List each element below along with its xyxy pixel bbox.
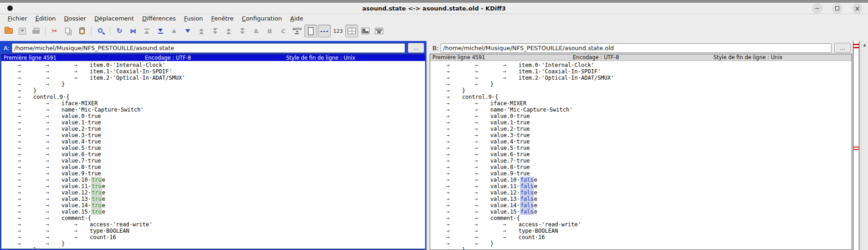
tab-arrow: → — [5, 170, 33, 177]
print-button[interactable] — [30, 25, 42, 37]
line-text-tail: e — [534, 183, 537, 189]
tab-arrow: → — [462, 240, 490, 247]
tab-arrow: → — [5, 75, 33, 81]
diff-line: →→value.13·true — [5, 196, 425, 202]
goto-prev-delta-icon — [172, 29, 176, 33]
diff-highlight: fals — [520, 209, 534, 215]
goto-next-conflict-button[interactable] — [209, 25, 221, 37]
layout-b-above-a-button[interactable] — [373, 25, 385, 37]
goto-prev-unsolved-conflict-button[interactable] — [222, 25, 235, 37]
pane-b-encoding: Encodage : UTF-8 — [570, 54, 711, 61]
tab-arrow: → — [5, 145, 33, 151]
open-button[interactable] — [2, 25, 15, 37]
tab-arrow: → — [490, 75, 519, 81]
layout-a-above-b-button[interactable] — [359, 25, 372, 37]
goto-last-delta-button[interactable] — [154, 25, 167, 37]
menu-deplacement[interactable]: Déplacement — [90, 15, 138, 22]
pane-b-browse-button[interactable]: ... — [834, 43, 851, 53]
pane-b-label: B: — [431, 45, 441, 51]
tab-arrow: → — [62, 68, 90, 75]
tab-arrow: → — [33, 183, 62, 189]
diff-highlight: tru — [91, 209, 102, 215]
tab-arrow: → — [434, 94, 462, 100]
goto-next-delta-button[interactable] — [181, 25, 194, 37]
menu-configuration[interactable]: Configuration — [238, 15, 286, 22]
menu-edition[interactable]: Édition — [31, 15, 60, 22]
pane-a-browse-button[interactable]: ... — [408, 43, 424, 53]
pane-b-text[interactable]: →→→item.0·'Internal·Clock'→→→item.1·'Coa… — [430, 61, 852, 250]
pane-a-text[interactable]: →→→item.0·'Internal·Clock'→→→item.1·'Coa… — [1, 61, 425, 249]
find-button[interactable] — [94, 25, 107, 37]
tab-arrow: → — [5, 164, 33, 170]
tab-arrow: → — [434, 113, 462, 119]
diff-line: →} — [434, 247, 852, 250]
layout-side-by-side-button[interactable] — [345, 25, 358, 37]
auto-advance-button[interactable]: AUTO — [291, 25, 303, 37]
diff-line: →→value.0·true — [5, 113, 425, 119]
toolbar-separator — [110, 26, 110, 36]
cut-button[interactable]: ✂ — [48, 25, 61, 37]
goto-first-delta-button[interactable] — [140, 25, 153, 37]
line-text: value.10· — [490, 177, 520, 183]
save-button[interactable] — [16, 25, 29, 37]
menu-fichier[interactable]: Fichier — [4, 15, 31, 22]
titlebar[interactable]: asound.state <-> asound.state.old - KDif… — [0, 3, 868, 14]
diff-line: →→value.5·true — [434, 145, 852, 151]
paste-button[interactable] — [76, 25, 88, 37]
tab-arrow: → — [434, 189, 462, 196]
diff-line: →→value.2·true — [434, 126, 852, 132]
line-text: item.2·'Optical·In·ADAT/SMUX' — [519, 75, 614, 81]
line-text-tail: e — [534, 189, 537, 196]
select-line-a-button[interactable]: A — [250, 25, 262, 37]
tab-arrow: → — [5, 107, 33, 113]
auto-advance-icon: AUTO — [293, 28, 302, 34]
diff-line: →→→type·BOOLEAN — [5, 228, 425, 234]
show-line-numbers-button[interactable]: 123 — [332, 25, 344, 37]
goto-first-delta-icon — [144, 29, 149, 34]
diff-line: →→value.7·true — [434, 158, 852, 164]
tab-arrow: → — [434, 183, 462, 189]
line-text-tail: e — [534, 196, 537, 202]
copy-icon — [65, 28, 70, 33]
select-line-c-button[interactable]: C — [277, 25, 290, 37]
diff-overview-column[interactable] — [853, 41, 859, 250]
menu-dossier[interactable]: Dossier — [60, 15, 90, 22]
tab-arrow: → — [33, 234, 62, 240]
goto-current-delta-button[interactable]: ⋈ — [127, 25, 139, 37]
tab-arrow: → — [434, 132, 462, 138]
pane-a-path-input[interactable] — [12, 43, 405, 53]
pane-a-encoding: Encodage : UTF-8 — [143, 55, 284, 61]
diff-mark — [853, 149, 859, 150]
menu-differences[interactable]: Différences — [138, 15, 180, 22]
tab-arrow: → — [62, 234, 90, 240]
reload-diff-button[interactable]: ↻ — [113, 25, 126, 37]
vertical-scrollbar[interactable]: ▲ — [861, 41, 868, 250]
tab-arrow: → — [490, 221, 519, 228]
goto-prev-delta-button[interactable] — [168, 25, 180, 37]
menu-aide[interactable]: Aide — [286, 15, 308, 22]
tab-arrow: → — [62, 221, 90, 228]
copy-button[interactable] — [62, 25, 75, 37]
close-button[interactable]: × — [852, 3, 863, 14]
line-text-tail: e — [102, 183, 105, 189]
tab-arrow: → — [462, 145, 490, 151]
line-text: item.0·'Internal·Clock' — [519, 62, 594, 68]
scroll-up-icon[interactable]: ▲ — [861, 41, 868, 48]
goto-prev-conflict-button[interactable] — [195, 25, 208, 37]
menu-fenetre[interactable]: Fenêtre — [207, 15, 237, 22]
tab-arrow: → — [33, 196, 62, 202]
maximize-button[interactable] — [832, 3, 842, 14]
minimize-button[interactable]: − — [812, 3, 822, 14]
show-linefeeds-button[interactable]: --- — [318, 25, 331, 37]
diff-line: →→value.7·true — [5, 158, 425, 164]
goto-next-unsolved-conflict-button[interactable] — [236, 25, 249, 37]
select-line-b-button[interactable]: B — [263, 25, 276, 37]
show-whitespace-button[interactable] — [304, 25, 317, 37]
diff-line: →→→item.1·'Coaxial·In·SPDIF' — [5, 68, 425, 75]
tab-arrow: → — [33, 170, 62, 177]
pane-b-path-input[interactable] — [441, 43, 832, 53]
tab-arrow: → — [462, 113, 490, 119]
diff-line: →→value.1·true — [5, 119, 425, 126]
menu-fusion[interactable]: Fusion — [180, 15, 207, 22]
line-text: value.2·true — [490, 126, 530, 132]
